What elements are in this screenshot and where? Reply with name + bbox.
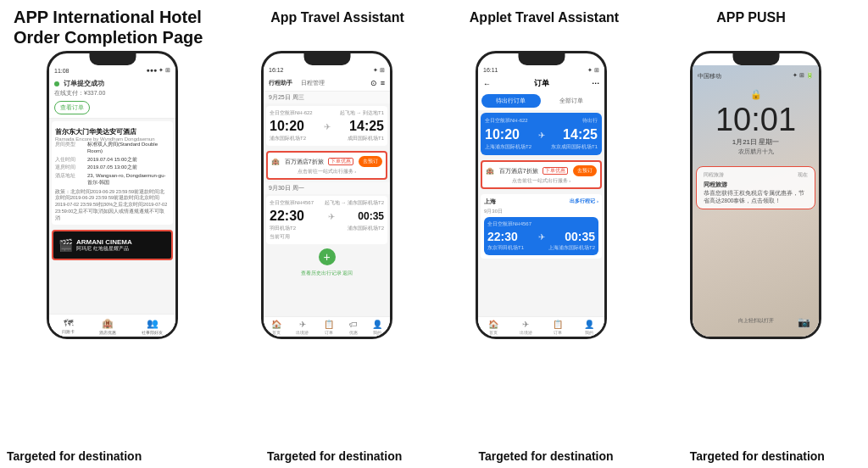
phone1-view-order-btn[interactable]: 查看订单	[54, 101, 90, 114]
success-dot	[54, 81, 59, 86]
phone4-carrier: 中国移动	[698, 72, 721, 81]
phone1-ad-title: ARMANI CINEMA	[76, 238, 132, 246]
phone2-tab2[interactable]: 日程管理	[301, 79, 325, 87]
phone1-row1-label: 房间类型	[55, 142, 87, 155]
phone2-flight2-arr-time: 00:35	[358, 210, 384, 222]
phone2-date2: 9月30日 周一	[264, 182, 390, 194]
phone2-notch	[303, 53, 350, 65]
phone2-flight2-status: 当前可用	[270, 233, 384, 241]
phone3-back-icon[interactable]: ←	[483, 80, 491, 88]
header-left: APP International Hotel Order Completion…	[14, 7, 234, 47]
phone4-signal: ✦ ⊞ 🔋	[793, 72, 814, 81]
phone1-nav-item-3[interactable]: 👥 社事部好友	[142, 318, 163, 335]
phone4-notif-body: 恭喜您获得王权免税店专属优惠券，节省高达2800泰铢，点击领取！	[704, 189, 808, 204]
phone1-signal: ●●● ✦ ⊞	[146, 67, 170, 74]
phone2-nav-travel[interactable]: ✈ 出境游	[296, 320, 309, 335]
phone2-flight1-status: 起飞地 → 到达地T1	[340, 109, 384, 117]
travel-icon-2: ✈	[299, 320, 306, 329]
phone2-nav-me[interactable]: 👤 我的	[372, 320, 382, 335]
phone2-flight2-dep-time: 22:30	[270, 209, 304, 224]
phone2-nav-offer[interactable]: 🏷 优惠	[349, 320, 358, 335]
lock-icon: 🔒	[750, 89, 762, 100]
header-col3: Applet Travel Assistant	[441, 7, 648, 25]
phone1-row4-label: 酒店地址	[55, 173, 87, 187]
footer-row: Targeted for destination Targeted for de…	[0, 448, 868, 468]
phone3-hotel-icon: 🏨	[486, 167, 494, 175]
phone3-flight1-no: 全日空航班NH-622	[485, 117, 528, 125]
plane-icon-1: ✈	[324, 122, 331, 131]
phone3-flight2-dep: 22:30	[487, 230, 518, 243]
phone4-notif-close[interactable]: 现在	[798, 171, 808, 179]
phone3-tab2[interactable]: 全部订单	[542, 94, 602, 108]
phone1-ad-banner[interactable]: 🎬 ARMANI CINEMA 阿玛尼 红地毯星耀产品	[52, 230, 173, 260]
phone1-row2-value: 2019.07.04 15:00之前	[87, 157, 170, 164]
phone1-nav-label-2: 酒店优惠	[99, 330, 116, 335]
phone4-statusbar: 中国移动 ✦ ⊞ 🔋	[696, 72, 815, 81]
phone3-more-icon[interactable]: ⋯	[592, 80, 599, 88]
phone2-flight2-dep-airport: 羽田机场T2	[270, 225, 296, 232]
phone2-nav-home[interactable]: 🏠 首页	[271, 320, 281, 335]
phone1-nav-item-1[interactable]: 🗺 问路卡	[62, 318, 75, 335]
col4-title: APP PUSH	[648, 10, 854, 25]
phone2-flight2-dir: 起飞地 → 浦东国际机场T2	[325, 199, 384, 207]
phone3-wrap: 16:11 ✦ ⊞ ← 订单 ⋯ 待出行订单 全部订单 全日空航班NH-622 …	[436, 51, 647, 339]
phone3-nav-label-4: 我的	[585, 330, 593, 335]
footer-text-3: Targeted for destination	[442, 449, 649, 463]
phone2-add-btn[interactable]: +	[319, 248, 336, 265]
phone3-time: 16:11	[483, 67, 498, 74]
phone3-nav-order[interactable]: 📋 订单	[553, 320, 563, 335]
phone2-flight2-arr-airport: 浦东国际机场T2	[348, 225, 384, 232]
phone1-nav-item-2[interactable]: 🏨 酒店优惠	[99, 318, 116, 335]
phone3-city-date: 9月30日	[484, 208, 598, 215]
phone3-nav-home[interactable]: 🏠 首页	[488, 320, 498, 335]
phone3-flight2-arr: 00:35	[565, 230, 595, 243]
phone4-time-large: 10:01	[715, 103, 796, 136]
phone4-notif-app: 同程旅游	[704, 171, 724, 179]
phone1-header: 订单提交成功 在线支付：¥337.00 查看订单	[49, 75, 175, 119]
phone1-time: 11:08	[54, 68, 70, 74]
phone1: 11:08 ●●● ✦ ⊞ 订单提交成功 在线支付：¥337.00 查看订单 首…	[47, 51, 178, 339]
me-icon-2: 👤	[372, 320, 382, 329]
phone3-city-link[interactable]: 出多行程记 ›	[570, 198, 598, 206]
offer-icon-2: 🏷	[349, 320, 358, 329]
order-icon-3: 📋	[553, 320, 563, 329]
phone3-book-btn[interactable]: 去预订	[573, 165, 597, 176]
phone2-wrap: 16:12 ✦ ⊞ 行程助手 日程管理 ⊙ ≡ 9月25日 周三	[221, 51, 432, 339]
home-icon-3: 🏠	[488, 320, 498, 329]
phone3-city-section: 上海 出多行程记 › 9月30日 全日空航班NH4567 22:30 ✈ 00:…	[481, 194, 602, 259]
footer-col3: Targeted for destination	[442, 449, 649, 463]
phone2-flight1-no: 全日空航班NH-622	[270, 109, 313, 117]
phone2-hotel-highlight[interactable]: 🏨 百万酒店7折旅 下单优惠 去预订 点击前往一站式出行服务 ›	[266, 151, 387, 180]
phone2-nav-label-4: 优惠	[349, 330, 358, 335]
footer-col1: Targeted for destination	[7, 449, 227, 463]
phone4-lock-icon-row: 🔒	[750, 89, 762, 100]
phone2-statusbar: 16:12 ✦ ⊞	[264, 65, 390, 75]
phone4-camera-icon[interactable]: 📷	[798, 316, 810, 328]
phone2-book-btn[interactable]: 去预订	[359, 156, 382, 167]
phone1-row1-value: 标准双人房间(Standard Double Room)	[87, 142, 170, 155]
phone4-notification[interactable]: 同程旅游 现在 同程旅游 恭喜您获得王权免税店专属优惠券，节省高达2800泰铢，…	[696, 166, 815, 209]
phone2-menu-icon[interactable]: ≡	[381, 79, 385, 87]
phone2-history-text[interactable]: 查看历史出行记录 返回	[264, 268, 390, 279]
phone3-tab1[interactable]: 待出行订单	[481, 94, 541, 108]
phone3-flight2-dep-airport: 东京羽田机场T1	[487, 244, 524, 252]
phone3-hotel-highlight[interactable]: 🏨 百万酒店7折旅 下单优惠 去预订 点击前往一站式出行服务 ›	[481, 160, 602, 189]
phone2-flight1-dep-time: 10:20	[270, 119, 304, 134]
me-icon-3: 👤	[584, 320, 594, 329]
phone2-settings-icon[interactable]: ⊙	[370, 79, 377, 87]
page-subtitle: Order Completion Page	[14, 27, 234, 47]
phone1-row4-value: 23, Wangsan-ro, Dongdaemun-gu-首尔-韩国	[87, 173, 170, 187]
phone2-tab1[interactable]: 行程助手	[269, 79, 292, 87]
phone1-ad-sub: 阿玛尼 红地毯星耀产品	[76, 246, 132, 253]
phone3-nav-travel[interactable]: ✈ 出境游	[520, 320, 532, 335]
phone1-row3-label: 退房时间	[55, 164, 87, 171]
phone1-success-text: 订单提交成功	[64, 79, 104, 88]
travel-icon-3: ✈	[522, 320, 529, 329]
phone3-flight1-card: 全日空航班NH-622 待出行 10:20 ✈ 14:25 上海浦东国际机场T2…	[481, 113, 602, 155]
phone2-nav-order[interactable]: 📋 订单	[324, 320, 334, 335]
phone3-nav-me[interactable]: 👤 我的	[584, 320, 594, 335]
phone4-screen: 中国移动 ✦ ⊞ 🔋 🔒 10:01 1月21日 星期一 农历腊月十九 同程旅游…	[693, 65, 819, 337]
phone1-notice: 政策：北京时间2019-06-29 23:59:59前退款时间北京时间2019-…	[55, 189, 170, 221]
phone2-screen: 16:12 ✦ ⊞ 行程助手 日程管理 ⊙ ≡ 9月25日 周三	[264, 65, 390, 337]
header-col4: APP PUSH	[648, 7, 854, 25]
